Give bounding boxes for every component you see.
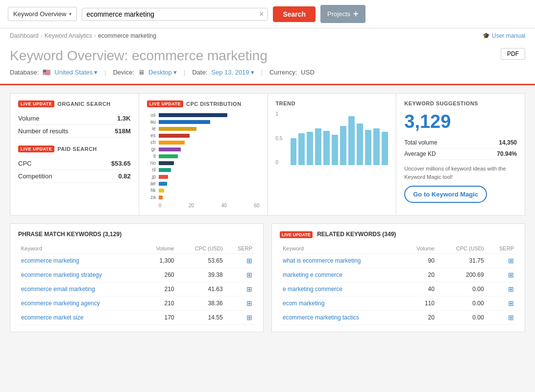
projects-button[interactable]: Projects + — [320, 5, 365, 23]
serp-cell[interactable]: ⊞ — [487, 268, 517, 282]
keyword-link[interactable]: ecom marketing — [283, 300, 324, 307]
trend-chart: 1 0.5 0 — [276, 111, 389, 175]
trend-yaxis: 1 0.5 0 — [276, 111, 283, 165]
avg-kd-value: 70.94% — [474, 148, 517, 160]
cpc-country-label: au — [147, 119, 156, 124]
cpc-bar — [159, 175, 169, 179]
device-selector[interactable]: Desktop ▾ — [148, 69, 177, 76]
plus-icon: + — [353, 9, 359, 19]
cpc-bar-wrap — [159, 147, 260, 151]
trend-bar — [298, 133, 305, 165]
projects-label: Projects — [327, 10, 350, 18]
cpc-xaxis: 0 20 40 60 — [147, 203, 260, 208]
table-row: ecommerce marketing 1,300 53.65 ⊞ — [18, 254, 255, 268]
cpc-country-label: hk — [147, 188, 156, 193]
phrase-match-section: PHRASE MATCH KEYWORDS (3,129) Keyword Vo… — [10, 223, 264, 332]
table-row: ecommerce marketing agency 210 38.36 ⊞ — [18, 296, 255, 311]
phrase-match-title: PHRASE MATCH KEYWORDS (3,129) — [18, 231, 255, 238]
phrase-match-header-row: Keyword Volume CPC (USD) SERP — [18, 244, 255, 254]
pdf-button[interactable]: PDF — [501, 48, 525, 60]
keyword-link[interactable]: ecommerce marketing tactics — [283, 314, 359, 321]
total-volume-value: 14,350 — [474, 137, 517, 148]
serp-cell[interactable]: ⊞ — [487, 311, 517, 325]
keyword-link[interactable]: ecommerce marketing strategy — [21, 271, 102, 278]
cpc-bar — [159, 154, 178, 158]
keyword-magic-button[interactable]: Go to Keyword Magic — [404, 186, 487, 203]
cpc-bar-row: ch — [147, 140, 260, 145]
cpc-bar — [159, 134, 190, 138]
organic-paid-panel: live update ORGANIC SEARCH Volume 1.3K N… — [10, 94, 139, 215]
keyword-suggestions-panel: KEYWORD SUGGESTIONS 3,129 Total volume 1… — [396, 94, 525, 215]
date-chevron-icon: ▾ — [251, 69, 254, 76]
related-title: live update RELATED KEYWORDS (349) — [280, 231, 517, 238]
date-selector[interactable]: Sep 13, 2019 ▾ — [211, 69, 254, 76]
competition-value: 0.82 — [90, 170, 131, 183]
results-row: Number of results 518M — [18, 125, 131, 138]
user-manual-link[interactable]: 🎓 User manual — [483, 32, 525, 39]
serp-icon: ⊞ — [508, 285, 514, 293]
paid-stats-table: CPC $53.65 Competition 0.82 — [18, 157, 131, 183]
cpc-bar-row: au — [147, 119, 260, 124]
cpc-bar-row: us — [147, 112, 260, 118]
cpc-bar — [159, 141, 185, 145]
device-label: Device: — [113, 69, 134, 76]
keyword-link[interactable]: ecommerce marketing agency — [21, 300, 100, 307]
serp-cell[interactable]: ⊞ — [487, 296, 517, 311]
serp-cell[interactable]: ⊞ — [226, 311, 255, 325]
keyword-link[interactable]: e marketing commerce — [283, 286, 342, 293]
serp-cell[interactable]: ⊞ — [487, 282, 517, 296]
serp-icon: ⊞ — [508, 314, 514, 321]
tool-dropdown[interactable]: Keyword Overview ▾ — [8, 7, 77, 21]
cpc-cell: 53.65 — [177, 254, 225, 268]
cpc-cell: 31.75 — [438, 254, 487, 268]
cpc-bar — [159, 161, 174, 165]
keyword-cell: ecom marketing — [280, 296, 403, 311]
keyword-cell: what is ecommerce marketing — [280, 254, 403, 268]
avg-kd-row: Average KD 70.94% — [404, 148, 517, 160]
search-button[interactable]: Search — [273, 6, 316, 22]
cpc-bar-row: gr — [147, 147, 260, 152]
serp-cell[interactable]: ⊞ — [226, 254, 255, 268]
col-keyword-related: Keyword — [280, 244, 403, 254]
cpc-cell: 0.00 — [438, 311, 487, 325]
cpc-bar-row: nl — [147, 167, 260, 172]
volume-cell: 260 — [143, 268, 177, 282]
cpc-cell: 39.38 — [177, 268, 225, 282]
clear-icon[interactable]: × — [259, 10, 264, 18]
breadcrumb-dashboard[interactable]: Dashboard — [10, 32, 39, 39]
cpc-country-label: ae — [147, 181, 156, 186]
volume-cell: 210 — [143, 296, 177, 311]
device-chevron-icon: ▾ — [173, 69, 177, 76]
keyword-cell: ecommerce marketing agency — [18, 296, 143, 311]
keyword-link[interactable]: ecommerce market size — [21, 314, 83, 321]
keyword-cell: marketing e commerce — [280, 268, 403, 282]
keyword-link[interactable]: ecommerce marketing — [21, 257, 79, 264]
volume-cell: 110 — [403, 296, 438, 311]
trend-bar — [382, 132, 388, 165]
volume-cell: 90 — [403, 254, 438, 268]
table-row: marketing e commerce 20 200.69 ⊞ — [280, 268, 517, 282]
serp-cell[interactable]: ⊞ — [226, 268, 255, 282]
keyword-link[interactable]: marketing e commerce — [283, 271, 342, 278]
serp-cell[interactable]: ⊞ — [226, 282, 255, 296]
cpc-bar-wrap — [159, 127, 260, 131]
breadcrumb-analytics[interactable]: Keyword Analytics — [45, 32, 92, 39]
keyword-link[interactable]: ecommerce email marketing — [21, 286, 95, 293]
trend-bar — [315, 128, 321, 165]
cpc-bar — [159, 182, 167, 186]
cpc-bar — [159, 127, 196, 131]
keyword-cell: ecommerce marketing — [18, 254, 143, 268]
cpc-bar-row: ae — [147, 181, 260, 186]
database-selector[interactable]: United States ▾ — [54, 69, 97, 76]
trend-bar — [323, 131, 330, 165]
col-serp: SERP — [226, 244, 255, 254]
related-header-row: Keyword Volume CPC (USD) SERP — [280, 244, 517, 254]
search-input[interactable] — [86, 10, 259, 18]
serp-cell[interactable]: ⊞ — [226, 296, 255, 311]
keyword-link[interactable]: what is ecommerce marketing — [283, 257, 361, 264]
table-row: ecommerce marketing tactics 20 0.00 ⊞ — [280, 311, 517, 325]
cpc-bar-row: it — [147, 153, 260, 159]
serp-cell[interactable]: ⊞ — [487, 254, 517, 268]
book-icon: 🎓 — [483, 32, 490, 39]
serp-icon: ⊞ — [508, 257, 514, 265]
